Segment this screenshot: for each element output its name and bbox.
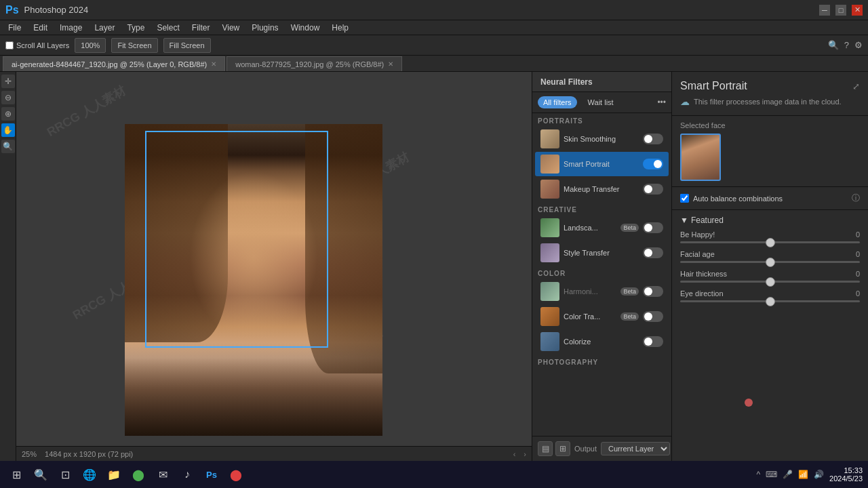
tray-mic[interactable]: 🎤 [783, 470, 793, 479]
filter-colorize-name: Colorize [564, 338, 639, 346]
filter-tab-more[interactable]: ••• [657, 98, 666, 107]
filter-smart-portrait-name: Smart Portrait [564, 160, 639, 168]
filter-style-transfer-toggle[interactable] [643, 247, 663, 258]
tab-1[interactable]: woman-8277925_1920.jpg @ 25% (RGB/8#) ✕ [226, 56, 402, 71]
slider-hair-thickness-track[interactable] [680, 281, 860, 283]
filter-makeup-transfer-toggle[interactable] [643, 184, 663, 195]
slider-eye-direction-track[interactable] [680, 300, 860, 302]
nav-next[interactable]: › [524, 450, 526, 458]
menu-filter[interactable]: Filter [186, 22, 216, 34]
filter-color-transfer[interactable]: Color Tra... Beta [535, 304, 669, 329]
taskbar-record[interactable]: ⬤ [225, 464, 247, 485]
tray-expand[interactable]: ^ [756, 470, 760, 479]
taskbar-search[interactable]: 🔍 [30, 464, 52, 485]
filter-color-transfer-toggle[interactable] [643, 311, 663, 322]
filter-style-transfer-name: Style Transfer [564, 249, 639, 257]
sp-header: Smart Portrait ⤢ ☁ This filter processes… [672, 72, 868, 116]
main-layout: ✛ ⊖ ⊕ ✋ 🔍 RRCG 人人素材 RRCG 人人素材 RRCG 人人素材 … [0, 72, 868, 461]
fit-screen-btn[interactable]: Fit Screen [111, 38, 157, 53]
slider-be-happy-thumb[interactable] [766, 238, 775, 247]
output-icon-stack[interactable]: ⊞ [555, 441, 570, 456]
menu-file[interactable]: File [3, 22, 26, 34]
sp-face-section: Selected face [672, 116, 868, 187]
filter-tab-waitlist[interactable]: Wait list [583, 96, 619, 108]
help-icon[interactable]: ? [844, 40, 849, 50]
start-button[interactable]: ⊞ [5, 464, 27, 485]
filter-colorize-toggle[interactable] [643, 336, 663, 347]
filter-color-transfer-name: Color Tra... [564, 312, 616, 321]
filter-skin-smoothing-toggle[interactable] [643, 134, 663, 144]
filter-skin-smoothing[interactable]: Skin Smoothing [535, 127, 669, 151]
output-icon-layer[interactable]: ▤ [538, 441, 553, 456]
menu-layer[interactable]: Layer [89, 22, 120, 34]
filter-smart-portrait[interactable]: Smart Portrait [535, 152, 669, 176]
title-bar-left: Ps Photoshop 2024 [5, 4, 88, 16]
menu-type[interactable]: Type [121, 22, 150, 34]
taskbar-edge[interactable]: 🌐 [79, 464, 100, 485]
maximize-btn[interactable]: □ [835, 5, 846, 16]
slider-facial-age-track[interactable] [680, 261, 860, 263]
portrait-bottom [125, 342, 382, 436]
fill-screen-btn[interactable]: Fill Screen [163, 38, 211, 53]
filter-harmonization-badge: Beta [620, 287, 639, 296]
search-tool[interactable]: 🔍 [1, 140, 15, 153]
zoom-level-btn[interactable]: 100% [75, 38, 106, 53]
slider-eye-direction-thumb[interactable] [766, 297, 775, 306]
filter-smart-portrait-toggle[interactable] [643, 159, 663, 169]
filter-landscape-toggle[interactable] [643, 222, 663, 233]
taskbar-chrome[interactable]: ⬤ [127, 464, 149, 485]
output-select[interactable]: Current Layer New Layer Smart Filter Mer… [601, 442, 670, 455]
menu-image[interactable]: Image [54, 22, 87, 34]
sp-featured-header[interactable]: ▼ Featured [680, 216, 860, 225]
menu-plugins[interactable]: Plugins [246, 22, 283, 34]
slider-facial-age-thumb[interactable] [766, 258, 775, 267]
slider-be-happy-track[interactable] [680, 241, 860, 243]
menu-edit[interactable]: Edit [28, 22, 53, 34]
filter-color-transfer-badge: Beta [620, 312, 639, 321]
menu-view[interactable]: View [216, 22, 245, 34]
menu-help[interactable]: Help [326, 22, 354, 34]
search-icon[interactable]: 🔍 [828, 40, 839, 50]
tray-keyboard[interactable]: ⌨ [766, 470, 777, 479]
slider-hair-thickness-thumb[interactable] [766, 277, 775, 287]
scroll-all-layers-checkbox[interactable] [5, 41, 14, 49]
sp-face-thumbnail[interactable] [680, 134, 721, 181]
info-icon[interactable]: ⓘ [852, 192, 860, 204]
zoom-out-tool[interactable]: ⊖ [1, 91, 15, 104]
settings-icon[interactable]: ⚙ [854, 40, 863, 50]
taskbar-music[interactable]: ♪ [176, 464, 198, 485]
filter-harmonization[interactable]: Harmoni... Beta [535, 279, 669, 304]
taskbar-task-view[interactable]: ⊡ [54, 464, 76, 485]
filter-style-transfer[interactable]: Style Transfer [535, 241, 669, 265]
tab-1-close[interactable]: ✕ [388, 60, 393, 68]
ps-logo: Ps [5, 4, 19, 16]
hand-tool[interactable]: ✋ [1, 123, 15, 137]
taskbar-mail[interactable]: ✉ [152, 464, 174, 485]
portrait-bg [125, 124, 382, 436]
zoom-in-tool[interactable]: ⊕ [1, 107, 15, 121]
filter-makeup-transfer[interactable]: Makeup Transfer [535, 177, 669, 201]
close-btn[interactable]: ✕ [852, 5, 863, 16]
filter-harmonization-toggle[interactable] [643, 286, 663, 297]
tab-0[interactable]: ai-generated-8484467_1920.jpg @ 25% (Lay… [3, 56, 225, 71]
filter-landscape[interactable]: Landsca... Beta [535, 216, 669, 240]
filter-tab-all[interactable]: All filters [538, 96, 577, 108]
minimize-btn[interactable]: ─ [819, 5, 830, 16]
filter-style-transfer-thumb [540, 243, 559, 262]
taskbar-ps[interactable]: Ps [201, 464, 222, 485]
menu-select[interactable]: Select [151, 22, 184, 34]
canvas-area[interactable]: RRCG 人人素材 RRCG 人人素材 RRCG 人人素材 RRCG 人人素材 [16, 72, 532, 461]
sp-expand-icon[interactable]: ⤢ [852, 81, 860, 92]
tab-0-close[interactable]: ✕ [211, 60, 216, 68]
tray-volume[interactable]: 🔊 [814, 470, 824, 479]
tray-network[interactable]: 📶 [798, 470, 808, 479]
nav-prev[interactable]: ‹ [513, 450, 516, 458]
move-tool[interactable]: ✛ [1, 75, 15, 88]
scroll-all-layers-label[interactable]: Scroll All Layers [5, 41, 69, 49]
taskbar-explorer[interactable]: 📁 [103, 464, 125, 485]
section-label-portraits: PORTRAITS [532, 113, 671, 126]
status-bar: 25% 1484 px x 1920 px (72 ppi) ‹ › [16, 446, 532, 461]
menu-window[interactable]: Window [285, 22, 326, 34]
filter-colorize[interactable]: Colorize [535, 329, 669, 354]
auto-balance-checkbox[interactable] [680, 194, 689, 203]
